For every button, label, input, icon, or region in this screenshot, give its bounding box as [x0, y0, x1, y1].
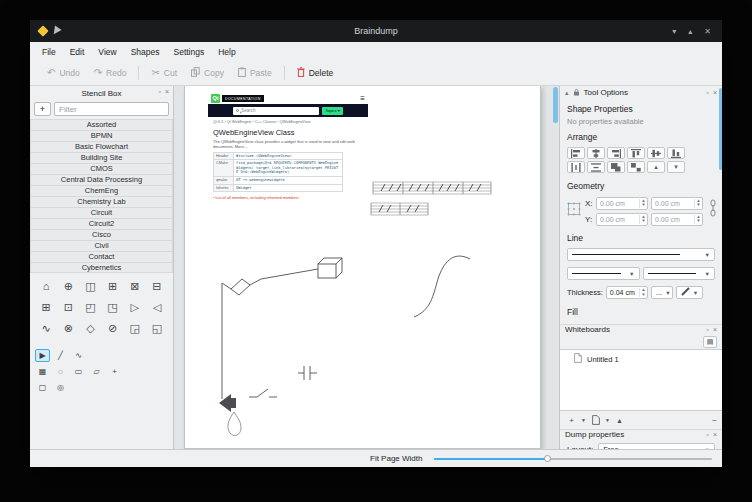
- menu-help[interactable]: Help: [211, 45, 242, 59]
- category-chemeng[interactable]: ChemEng: [30, 185, 173, 196]
- close-icon[interactable]: ×: [713, 326, 717, 334]
- category-chemistry-lab[interactable]: Chemistry Lab: [30, 196, 173, 207]
- whiteboards-menu-button[interactable]: ▤: [703, 336, 717, 348]
- align-right-button[interactable]: [607, 147, 625, 159]
- grid-tool-button[interactable]: ▦: [35, 365, 50, 378]
- close-button[interactable]: ✕: [704, 27, 711, 36]
- float-icon[interactable]: ▫: [706, 431, 708, 439]
- rect-tool-button[interactable]: ▭: [71, 365, 86, 378]
- menu-settings[interactable]: Settings: [166, 45, 211, 59]
- menu-shapes[interactable]: Shapes: [124, 45, 167, 59]
- group-button[interactable]: [607, 161, 625, 173]
- float-icon[interactable]: ▫: [706, 89, 708, 97]
- delete-button[interactable]: Delete: [290, 64, 341, 82]
- polygon-tool-button[interactable]: ▱: [89, 365, 104, 378]
- panel-vertical-scrollbar[interactable]: [718, 88, 722, 434]
- menu-edit[interactable]: Edit: [63, 45, 92, 59]
- height-spinbox[interactable]: 0.00 cm▲▼: [651, 213, 703, 226]
- stencil-shape[interactable]: ◲: [124, 318, 146, 338]
- stencil-shape[interactable]: ◰: [79, 297, 101, 317]
- stencil-shape[interactable]: ▷: [124, 297, 146, 317]
- zoom-slider[interactable]: [434, 454, 712, 464]
- align-center-horizontal-button[interactable]: [587, 147, 605, 159]
- stencil-shape[interactable]: ◁: [146, 297, 168, 317]
- ellipse-tool-button[interactable]: ◌: [53, 365, 68, 378]
- undo-button[interactable]: ↶ Undo: [40, 65, 87, 81]
- whiteboard-list-item[interactable]: Untitled 1: [562, 353, 720, 365]
- category-circuit2[interactable]: Circuit2: [30, 218, 173, 229]
- maximize-button[interactable]: ▴: [688, 27, 692, 36]
- stencil-shape[interactable]: ⊟: [146, 276, 168, 296]
- teardrop-shape[interactable]: [228, 412, 241, 435]
- zoom-slider-handle[interactable]: [544, 455, 551, 462]
- layout-combo[interactable]: Free ▼: [598, 443, 715, 449]
- line-style-combo[interactable]: ▼: [567, 248, 715, 261]
- float-icon[interactable]: ▫: [706, 326, 708, 334]
- float-icon[interactable]: ▫: [158, 88, 160, 95]
- remove-whiteboard-button[interactable]: −: [712, 416, 717, 425]
- close-icon[interactable]: ×: [713, 89, 717, 97]
- category-civil[interactable]: Civil: [30, 240, 173, 251]
- distribute-horizontal-button[interactable]: [567, 161, 585, 173]
- y-position-spinbox[interactable]: 0.00 cm▲▼: [596, 213, 648, 226]
- category-assorted[interactable]: Assorted: [30, 119, 173, 130]
- keep-aspect-chain-icon[interactable]: [709, 196, 717, 226]
- select-tool-button[interactable]: ▶: [35, 349, 50, 362]
- stencil-shape[interactable]: ⊕: [57, 276, 79, 296]
- category-bpmn[interactable]: BPMN: [30, 130, 173, 141]
- pen-style-combo[interactable]: ▼: [676, 286, 703, 299]
- redo-button[interactable]: ↷ Redo: [87, 65, 134, 81]
- switch-shape[interactable]: [249, 389, 277, 397]
- music-staff-2[interactable]: [371, 203, 428, 215]
- add-stencil-button[interactable]: +: [34, 102, 51, 116]
- lower-button[interactable]: ▾: [667, 161, 685, 173]
- stencil-shape[interactable]: ⌂: [35, 276, 57, 296]
- stencil-shape[interactable]: ◱: [146, 318, 168, 338]
- sine-curve-shape[interactable]: [414, 256, 470, 317]
- stencil-shape[interactable]: ⊠: [124, 276, 146, 296]
- spin-arrows-icon[interactable]: ▲▼: [639, 215, 647, 224]
- distribute-vertical-button[interactable]: [587, 161, 605, 173]
- stencil-shape[interactable]: ⊞: [101, 276, 123, 296]
- x-position-spinbox[interactable]: 0.00 cm▲▼: [596, 197, 648, 210]
- menu-view[interactable]: View: [91, 45, 123, 59]
- paste-button[interactable]: Paste: [231, 64, 279, 82]
- stencil-shape[interactable]: ⊗: [57, 318, 79, 338]
- spin-arrows-icon[interactable]: ▲▼: [694, 215, 702, 224]
- minimize-button[interactable]: ▾: [672, 27, 676, 36]
- close-icon[interactable]: ×: [165, 88, 169, 95]
- category-cmos[interactable]: CMOS: [30, 163, 173, 174]
- category-central-data-processing[interactable]: Central Data Processing: [30, 174, 173, 185]
- canvas-vertical-scrollbar[interactable]: [553, 87, 558, 447]
- spin-arrows-icon[interactable]: ▲▼: [639, 199, 647, 208]
- spin-arrows-icon[interactable]: ▲▼: [694, 199, 702, 208]
- category-basic-flowchart[interactable]: Basic Flowchart: [30, 141, 173, 152]
- add-shape-tool-button[interactable]: +: [107, 365, 122, 378]
- copy-button[interactable]: Copy: [184, 64, 231, 82]
- stencil-shape[interactable]: ◳: [101, 297, 123, 317]
- duplicate-whiteboard-button[interactable]: [589, 414, 602, 426]
- scrollbar-thumb[interactable]: [553, 87, 558, 123]
- stencil-shape[interactable]: ◇: [79, 318, 101, 338]
- stencil-filter-input[interactable]: [54, 102, 169, 116]
- chevron-down-icon[interactable]: ▼: [604, 414, 611, 426]
- category-circuit[interactable]: Circuit: [30, 207, 173, 218]
- stencil-shape[interactable]: ⊡: [57, 297, 79, 317]
- whiteboard-page[interactable]: Qt DOCUMENTATION ≡ Search Topics ▾ Qt 6.…: [184, 86, 541, 449]
- add-whiteboard-button[interactable]: +: [565, 414, 578, 426]
- collapse-icon[interactable]: ▴: [565, 89, 569, 97]
- stencil-shape[interactable]: ◫: [79, 276, 101, 296]
- align-left-button[interactable]: [567, 147, 585, 159]
- stencil-shape[interactable]: ⊘: [101, 318, 123, 338]
- category-building-site[interactable]: Building Site: [30, 152, 173, 163]
- align-top-button[interactable]: [627, 147, 645, 159]
- line-cap-combo[interactable]: ... ▼: [651, 286, 673, 299]
- curve-tool-button[interactable]: ∿: [71, 349, 86, 362]
- line-tool-button[interactable]: ╱: [53, 349, 68, 362]
- align-bottom-button[interactable]: [667, 147, 685, 159]
- category-contact[interactable]: Contact: [30, 251, 173, 262]
- scrollbar-thumb[interactable]: [719, 88, 723, 170]
- cut-button[interactable]: ✂ Cut: [144, 65, 184, 81]
- box-3d-shape[interactable]: [318, 258, 342, 278]
- menu-file[interactable]: File: [35, 45, 63, 59]
